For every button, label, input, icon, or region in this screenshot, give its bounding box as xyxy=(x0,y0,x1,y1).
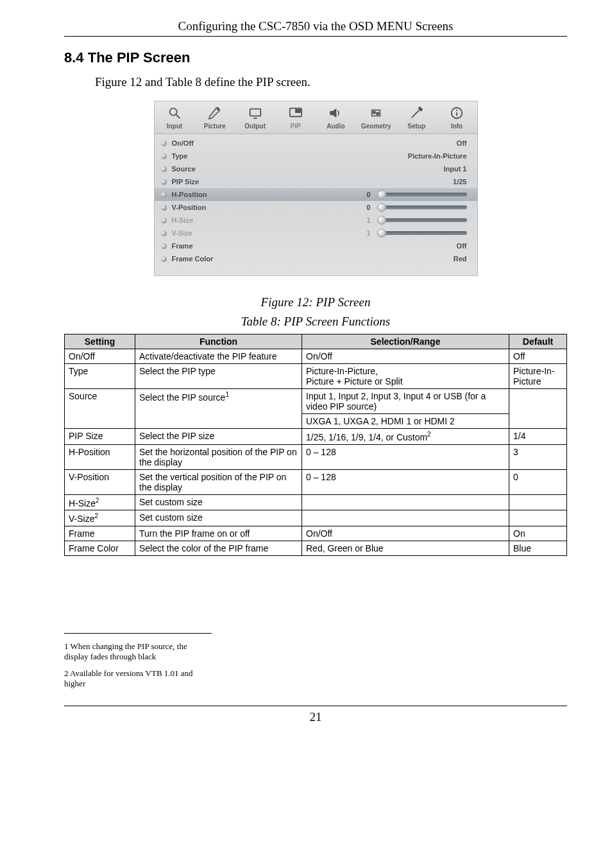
tab-label: PIP xyxy=(275,123,316,130)
osd-value: Picture-In-Picture xyxy=(408,152,467,160)
slider-track[interactable] xyxy=(377,193,467,196)
bullet-icon xyxy=(161,166,167,172)
cell-default xyxy=(509,389,567,429)
table-row: H-PositionSet the horizontal position of… xyxy=(65,444,567,469)
cell-range: Input 1, Input 2, Input 3, Input 4 or US… xyxy=(302,389,509,414)
svg-rect-6 xyxy=(296,110,300,113)
osd-value: 1 xyxy=(366,229,370,237)
geometry-icon xyxy=(356,105,396,121)
cell-function: Set custom size xyxy=(135,510,302,526)
monitor-icon xyxy=(235,105,275,121)
svg-line-1 xyxy=(176,115,180,119)
cell-setting: H-Position xyxy=(65,444,135,469)
picture-tab[interactable]: Picture xyxy=(194,101,235,134)
osd-row-source[interactable]: SourceInput 1 xyxy=(155,162,477,175)
table-row: SourceSelect the PIP source1Input 1, Inp… xyxy=(65,389,567,414)
page-number: 21 xyxy=(64,706,567,724)
tab-label: Input xyxy=(155,123,195,130)
pip-icon xyxy=(275,105,316,121)
osd-row-type[interactable]: TypePicture-In-Picture xyxy=(155,150,477,162)
cell-range: 0 – 128 xyxy=(302,444,509,469)
osd-value: Red xyxy=(454,255,467,263)
tab-label: Geometry xyxy=(356,123,396,130)
figure-caption: Figure 12: PIP Screen xyxy=(64,295,567,309)
osd-value: Off xyxy=(457,242,467,250)
osd-row-hsize[interactable]: H-Size1 xyxy=(155,214,477,227)
osd-label: V-Size xyxy=(172,229,192,237)
cell-range: Red, Green or Blue xyxy=(302,541,509,555)
table-row: H-Size2Set custom size xyxy=(65,494,567,510)
osd-panel: InputPictureOutputPIPAudioGeometrySetupI… xyxy=(154,101,478,276)
tab-label: Output xyxy=(235,123,275,130)
cell-setting: PIP Size xyxy=(65,429,135,445)
slider-track[interactable] xyxy=(377,205,467,209)
slider-knob[interactable] xyxy=(377,229,386,238)
info-tab[interactable]: Info xyxy=(437,101,477,134)
osd-label: H-Position xyxy=(172,191,207,198)
tab-label: Picture xyxy=(194,123,235,130)
slider-knob[interactable] xyxy=(377,203,386,212)
table-row: FrameTurn the PIP frame on or offOn/OffO… xyxy=(65,526,567,541)
setup-tab[interactable]: Setup xyxy=(396,101,437,134)
cell-setting: Source xyxy=(65,389,135,429)
osd-row-vposition[interactable]: V-Position0 xyxy=(155,201,477,214)
cell-range xyxy=(302,510,509,526)
intro-paragraph: Figure 12 and Table 8 define the PIP scr… xyxy=(95,75,567,89)
cell-default xyxy=(509,494,567,510)
geometry-tab[interactable]: Geometry xyxy=(356,101,396,134)
table-row: V-Size2Set custom size xyxy=(65,510,567,526)
section-heading: 8.4 The PIP Screen xyxy=(64,49,567,66)
tools-icon xyxy=(396,105,437,121)
cell-default: 3 xyxy=(509,444,567,469)
cell-default: Picture-In-Picture xyxy=(509,364,567,389)
osd-row-hposition[interactable]: H-Position0 xyxy=(155,188,477,201)
col-default: Default xyxy=(509,334,567,349)
osd-body: On/OffOffTypePicture-In-PictureSourceInp… xyxy=(155,134,477,275)
cell-setting: Type xyxy=(65,364,135,389)
osd-row-onoff[interactable]: On/OffOff xyxy=(155,137,477,150)
osd-value: 0 xyxy=(366,191,370,198)
chapter-header: Configuring the CSC-7850 via the OSD MEN… xyxy=(64,19,567,37)
cell-default: Off xyxy=(509,349,567,364)
cell-function: Activate/deactivate the PIP feature xyxy=(135,349,302,364)
cell-default: Blue xyxy=(509,541,567,555)
osd-row-framecolor[interactable]: Frame ColorRed xyxy=(155,252,477,265)
osd-label: On/Off xyxy=(172,139,194,147)
input-tab[interactable]: Input xyxy=(155,101,195,134)
cell-function: Select the PIP source1 xyxy=(135,389,302,429)
cell-default: 0 xyxy=(509,469,567,494)
osd-row-pipsize[interactable]: PIP Size1/25 xyxy=(155,175,477,188)
col-setting: Setting xyxy=(65,334,135,349)
slider-knob[interactable] xyxy=(377,190,386,199)
osd-label: Type xyxy=(172,152,188,160)
osd-value: 1 xyxy=(366,216,370,224)
osd-row-vsize[interactable]: V-Size1 xyxy=(155,227,477,239)
cell-setting: H-Size2 xyxy=(65,494,135,510)
tab-label: Setup xyxy=(396,123,437,130)
cell-range xyxy=(302,494,509,510)
cell-function: Select the PIP size xyxy=(135,429,302,445)
cell-default: 1/4 xyxy=(509,429,567,445)
section-number: 8.4 xyxy=(64,49,84,65)
pip-functions-table: Setting Function Selection/Range Default… xyxy=(64,334,567,556)
cell-range: UXGA 1, UXGA 2, HDMI 1 or HDMI 2 xyxy=(302,414,509,429)
osd-row-frame[interactable]: FrameOff xyxy=(155,239,477,252)
cell-setting: Frame xyxy=(65,526,135,541)
cell-function: Turn the PIP frame on or off xyxy=(135,526,302,541)
cell-setting: Frame Color xyxy=(65,541,135,555)
cell-range: 1/25, 1/16, 1/9, 1/4, or Custom2 xyxy=(302,429,509,445)
audio-tab[interactable]: Audio xyxy=(316,101,356,134)
pip-tab[interactable]: PIP xyxy=(275,101,316,134)
osd-tabs: InputPictureOutputPIPAudioGeometrySetupI… xyxy=(155,101,477,134)
output-tab[interactable]: Output xyxy=(235,101,275,134)
table-row: TypeSelect the PIP typePicture-In-Pictur… xyxy=(65,364,567,389)
osd-label: V-Position xyxy=(172,204,207,211)
svg-point-0 xyxy=(170,108,177,116)
bullet-icon xyxy=(161,205,167,211)
slider-track[interactable] xyxy=(377,231,467,235)
slider-track[interactable] xyxy=(377,218,467,222)
svg-point-2 xyxy=(217,109,218,110)
footnote-1: 1 When changing the PIP source, the disp… xyxy=(64,641,212,662)
info-icon xyxy=(437,105,477,121)
slider-knob[interactable] xyxy=(377,216,386,225)
